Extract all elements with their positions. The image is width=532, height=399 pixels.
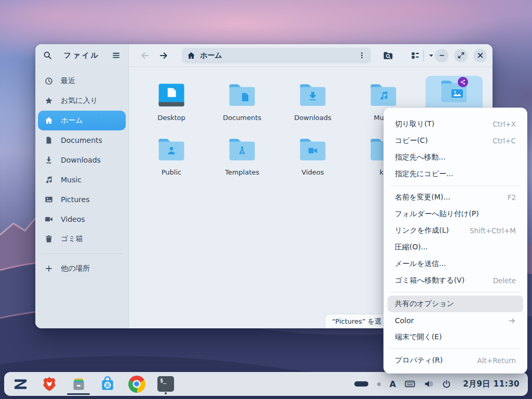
menu-item-cut[interactable]: 切り取り(T)Ctrl+X	[388, 116, 523, 132]
terminal-button[interactable]: $_	[156, 372, 176, 396]
zorin-menu-button[interactable]	[10, 372, 30, 396]
folder-icon	[227, 137, 257, 162]
menu-item-copy[interactable]: コピー(C)Ctrl+C	[388, 132, 523, 149]
folder-icon	[368, 83, 398, 108]
sidebar-item-pictures[interactable]: Pictures	[38, 190, 126, 209]
tile-templates[interactable]: Templates	[214, 134, 271, 176]
input-method-indicator[interactable]: A	[390, 379, 396, 389]
current-path-label: ホーム	[200, 51, 222, 60]
sidebar-item-home[interactable]: ホーム	[38, 111, 126, 130]
menu-item-make-link[interactable]: リンクを作成(L)Shift+Ctrl+M	[388, 222, 523, 239]
brave-icon	[41, 375, 58, 393]
workspace-indicator-active[interactable]	[354, 381, 368, 387]
download-icon	[45, 156, 53, 164]
tile-videos[interactable]: Videos	[284, 134, 341, 176]
forward-button[interactable]	[159, 51, 168, 60]
compass-emblem-icon	[237, 146, 247, 155]
menu-item-label: 指定先にコピー...	[395, 169, 453, 179]
zorin-logo-icon	[12, 376, 29, 393]
sidebar-item-downloads[interactable]: Downloads	[38, 150, 126, 170]
close-button[interactable]	[473, 49, 487, 62]
workspace-indicator-inactive[interactable]	[377, 382, 381, 386]
person-emblem-icon	[168, 147, 175, 154]
tile-public[interactable]: Public	[143, 134, 200, 176]
menu-item-label: Color	[395, 316, 414, 325]
file-manager-icon	[70, 376, 87, 393]
menu-item-label: 名前を変更(M)...	[395, 193, 450, 202]
menu-item-move-to[interactable]: 指定先へ移動...	[388, 149, 523, 166]
path-bar[interactable]: ホーム	[182, 48, 371, 63]
share-badge	[458, 77, 468, 87]
minimize-button[interactable]	[435, 49, 448, 62]
menu-item-label: リンクを作成(L)	[395, 226, 449, 235]
sidebar-item-label: Music	[61, 176, 82, 184]
menu-item-send-email[interactable]: メールを送信...	[388, 256, 523, 272]
menu-item-label: 圧縮(O)...	[395, 243, 428, 252]
menu-item-paste-into-folder[interactable]: フォルダーへ貼り付け(P)	[388, 206, 523, 222]
sidebar-item-label: ゴミ箱	[61, 234, 83, 244]
sidebar-item-documents[interactable]: Documents	[38, 130, 126, 150]
sidebar-item-label: Pictures	[61, 195, 89, 204]
menu-item-shortcut: Delete	[493, 276, 516, 285]
path-options-kebab-icon[interactable]	[358, 51, 366, 59]
file-label: Documents	[223, 114, 261, 122]
view-group-divider	[423, 50, 424, 61]
running-app-indicator	[165, 392, 167, 394]
menu-divider	[391, 185, 520, 186]
taskbar-status-area: A 2月9日 11:30	[354, 379, 522, 389]
software-store-button[interactable]	[98, 372, 117, 396]
app-title: ファイル	[64, 51, 100, 60]
volume-icon[interactable]	[424, 379, 433, 389]
menu-item-properties[interactable]: プロパティ(R)Alt+Return	[388, 352, 523, 369]
menu-item-compress[interactable]: 圧縮(O)...	[388, 239, 523, 256]
menu-item-move-to-trash[interactable]: ゴミ箱へ移動する(V)Delete	[388, 272, 523, 289]
sidebar-item-label: Videos	[61, 215, 85, 223]
tile-documents[interactable]: Documents	[214, 79, 271, 122]
power-icon[interactable]	[442, 380, 451, 389]
menu-item-rename[interactable]: 名前を変更(M)...F2	[388, 189, 523, 206]
menu-item-label: コピー(C)	[395, 136, 428, 145]
desktop-folder-icon	[156, 83, 187, 108]
keyboard-icon[interactable]	[405, 380, 415, 388]
menu-item-shortcut: F2	[508, 193, 516, 202]
window-controls	[435, 49, 487, 62]
sidebar-item-trash[interactable]: ゴミ箱	[38, 229, 126, 249]
brave-browser-button[interactable]	[39, 372, 59, 396]
grid-view-button[interactable]	[411, 51, 420, 60]
menu-item-label: 共有のオプション	[395, 299, 454, 309]
sidebar-item-label: ホーム	[61, 116, 83, 125]
image-icon	[45, 195, 53, 204]
menu-divider	[391, 349, 520, 349]
back-button[interactable]	[140, 51, 150, 60]
menu-item-label: フォルダーへ貼り付け(P)	[395, 209, 479, 219]
folder-icon	[439, 79, 469, 104]
clock-date-label[interactable]: 2月9日 11:30	[463, 379, 520, 389]
menu-item-copy-to[interactable]: 指定先にコピー...	[388, 166, 523, 182]
menu-item-color[interactable]: Color	[388, 312, 523, 329]
search-icon[interactable]	[43, 51, 52, 60]
music-emblem-icon	[379, 91, 388, 101]
sidebar-item-label: 他の場所	[61, 264, 90, 273]
sidebar-item-label: お気に入り	[61, 96, 98, 105]
tile-downloads[interactable]: Downloads	[284, 79, 341, 122]
view-options-caret-button[interactable]	[428, 52, 435, 59]
video-emblem-icon	[309, 148, 317, 153]
chrome-browser-button[interactable]	[127, 372, 147, 396]
home-icon	[187, 51, 195, 60]
hamburger-menu-icon[interactable]	[112, 51, 121, 60]
search-in-folder-button[interactable]	[383, 51, 393, 60]
trash-icon	[45, 235, 53, 243]
folder-icon	[298, 137, 328, 162]
software-store-icon	[99, 376, 116, 393]
files-app-button[interactable]	[69, 372, 88, 396]
sidebar-item-starred[interactable]: お気に入り	[38, 91, 126, 111]
sidebar-item-other-locations[interactable]: 他の場所	[38, 259, 126, 278]
tile-desktop[interactable]: Desktop	[143, 79, 200, 122]
menu-item-sharing-options[interactable]: 共有のオプション	[388, 296, 523, 312]
sidebar-item-videos[interactable]: Videos	[38, 209, 126, 229]
sidebar-item-music[interactable]: Music	[38, 170, 126, 190]
maximize-button[interactable]	[454, 49, 468, 62]
menu-item-label: ゴミ箱へ移動する(V)	[395, 276, 464, 285]
sidebar-item-recent[interactable]: 最近	[38, 71, 126, 91]
menu-item-open-in-terminal[interactable]: 端末で開く(E)	[388, 329, 523, 345]
